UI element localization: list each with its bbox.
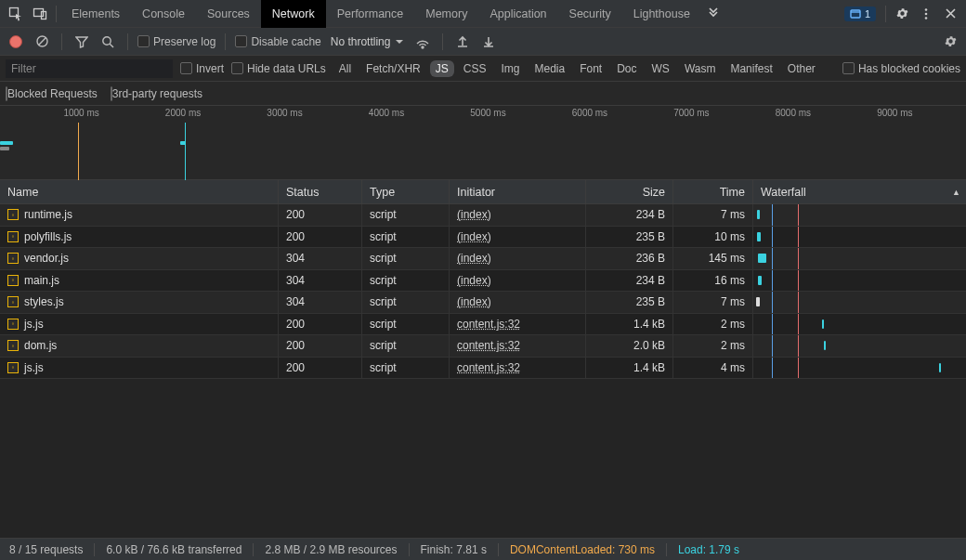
settings-icon[interactable] [890, 2, 914, 26]
search-icon[interactable] [98, 32, 118, 52]
invert-checkbox[interactable]: Invert [180, 62, 224, 75]
type-filter-pills: AllFetch/XHRJSCSSImgMediaFontDocWSWasmMa… [333, 60, 821, 77]
import-har-icon[interactable] [452, 32, 473, 52]
tab-application[interactable]: Application [478, 0, 557, 28]
type-filter-css[interactable]: CSS [458, 60, 492, 77]
type-filter-wasm[interactable]: Wasm [679, 60, 722, 77]
requests-table: Name Status Type Initiator Size Time Wat… [0, 180, 966, 538]
request-time: 16 ms [673, 270, 753, 292]
record-button[interactable] [6, 32, 26, 52]
col-time[interactable]: Time [673, 180, 753, 203]
col-size[interactable]: Size [586, 180, 673, 203]
more-tabs-icon[interactable] [701, 2, 725, 26]
tab-performance[interactable]: Performance [326, 0, 415, 28]
network-settings-icon[interactable] [940, 32, 960, 52]
overview-tick: 6000 ms [572, 108, 607, 118]
status-resources: 2.8 MB / 2.9 MB resources [265, 543, 397, 556]
close-devtools-icon[interactable] [938, 2, 962, 26]
col-waterfall[interactable]: Waterfall▲ [753, 180, 966, 203]
request-waterfall [753, 270, 966, 292]
type-filter-all[interactable]: All [333, 60, 357, 77]
tab-memory[interactable]: Memory [414, 0, 478, 28]
disable-cache-checkbox[interactable]: Disable cache [235, 35, 320, 48]
request-waterfall [753, 248, 966, 269]
divider [56, 6, 57, 22]
status-transferred: 6.0 kB / 76.6 kB transferred [106, 543, 242, 556]
filter-bar: Invert Hide data URLs AllFetch/XHRJSCSSI… [0, 56, 966, 82]
request-initiator[interactable]: content.js:32 [457, 361, 520, 374]
tab-sources[interactable]: Sources [196, 0, 261, 28]
request-initiator[interactable]: (index) [457, 274, 491, 287]
table-row[interactable]: ◦dom.js200scriptcontent.js:322.0 kB2 ms [0, 335, 966, 358]
preserve-log-checkbox[interactable]: Preserve log [137, 35, 215, 48]
issues-badge[interactable]: 1 [844, 7, 876, 21]
svg-point-5 [925, 12, 928, 15]
overview-tick: 9000 ms [877, 108, 912, 118]
table-row[interactable]: ◦styles.js304script(index)235 B7 ms [0, 292, 966, 314]
tab-network[interactable]: Network [261, 0, 326, 28]
request-time: 145 ms [673, 248, 753, 269]
kebab-menu-icon[interactable] [914, 2, 938, 26]
js-file-icon: ◦ [7, 253, 19, 264]
request-name: main.js [24, 274, 59, 287]
throttling-dropdown[interactable]: No throttling [327, 35, 408, 48]
inspect-element-icon[interactable] [4, 2, 28, 26]
filter-input[interactable] [6, 59, 173, 78]
js-file-icon: ◦ [7, 362, 19, 373]
request-initiator[interactable]: (index) [457, 230, 491, 243]
export-har-icon[interactable] [478, 32, 499, 52]
tab-elements[interactable]: Elements [60, 0, 131, 28]
request-initiator[interactable]: content.js:32 [457, 339, 520, 352]
filter-toggle-icon[interactable] [72, 32, 92, 52]
col-status[interactable]: Status [279, 180, 362, 203]
type-filter-font[interactable]: Font [574, 60, 607, 77]
third-party-checkbox[interactable]: 3rd-party requests [111, 87, 202, 100]
table-row[interactable]: ◦js.js200scriptcontent.js:321.4 kB4 ms [0, 358, 966, 380]
type-filter-media[interactable]: Media [529, 60, 570, 77]
col-initiator[interactable]: Initiator [450, 180, 586, 203]
blocked-requests-checkbox[interactable]: Blocked Requests [6, 87, 98, 100]
type-filter-ws[interactable]: WS [646, 60, 675, 77]
table-row[interactable]: ◦main.js304script(index)234 B16 ms [0, 270, 966, 293]
request-initiator[interactable]: (index) [457, 208, 491, 221]
request-initiator[interactable]: (index) [457, 252, 491, 265]
type-filter-img[interactable]: Img [495, 60, 525, 77]
network-conditions-icon[interactable] [412, 32, 433, 52]
chevron-down-icon [396, 38, 403, 46]
tab-console[interactable]: Console [131, 0, 196, 28]
col-name[interactable]: Name [0, 180, 279, 203]
request-waterfall [753, 358, 966, 379]
network-overview[interactable]: 1000 ms2000 ms3000 ms4000 ms5000 ms6000 … [0, 106, 966, 180]
request-status: 200 [279, 227, 362, 248]
table-row[interactable]: ◦polyfills.js200script(index)235 B10 ms [0, 227, 966, 249]
table-row[interactable]: ◦vendor.js304script(index)236 B145 ms [0, 248, 966, 270]
filter-bar-2: Blocked Requests 3rd-party requests [0, 82, 966, 106]
svg-point-8 [103, 36, 111, 44]
devtools-tabstrip: ElementsConsoleSourcesNetworkPerformance… [0, 0, 966, 28]
js-file-icon: ◦ [7, 209, 19, 220]
request-type: script [362, 292, 450, 313]
hide-data-urls-checkbox[interactable]: Hide data URLs [231, 62, 326, 75]
type-filter-fetchxhr[interactable]: Fetch/XHR [360, 60, 426, 77]
overview-tick: 3000 ms [267, 108, 302, 118]
type-filter-doc[interactable]: Doc [611, 60, 642, 77]
request-initiator[interactable]: content.js:32 [457, 318, 520, 331]
request-time: 2 ms [673, 335, 753, 357]
table-row[interactable]: ◦runtime.js200script(index)234 B7 ms [0, 204, 966, 227]
clear-button[interactable] [32, 32, 52, 52]
request-status: 200 [279, 314, 362, 335]
type-filter-manifest[interactable]: Manifest [724, 60, 777, 77]
type-filter-js[interactable]: JS [430, 60, 454, 77]
request-name: runtime.js [24, 208, 72, 221]
tab-security[interactable]: Security [558, 0, 622, 28]
has-blocked-cookies-checkbox[interactable]: Has blocked cookies [842, 62, 960, 75]
col-type[interactable]: Type [362, 180, 450, 203]
request-size: 236 B [586, 248, 673, 269]
device-toolbar-icon[interactable] [28, 2, 52, 26]
request-initiator[interactable]: (index) [457, 295, 491, 308]
tab-lighthouse[interactable]: Lighthouse [622, 0, 701, 28]
svg-point-9 [422, 46, 424, 48]
type-filter-other[interactable]: Other [782, 60, 821, 77]
table-body[interactable]: ◦runtime.js200script(index)234 B7 ms◦pol… [0, 204, 966, 538]
table-row[interactable]: ◦js.js200scriptcontent.js:321.4 kB2 ms [0, 314, 966, 336]
